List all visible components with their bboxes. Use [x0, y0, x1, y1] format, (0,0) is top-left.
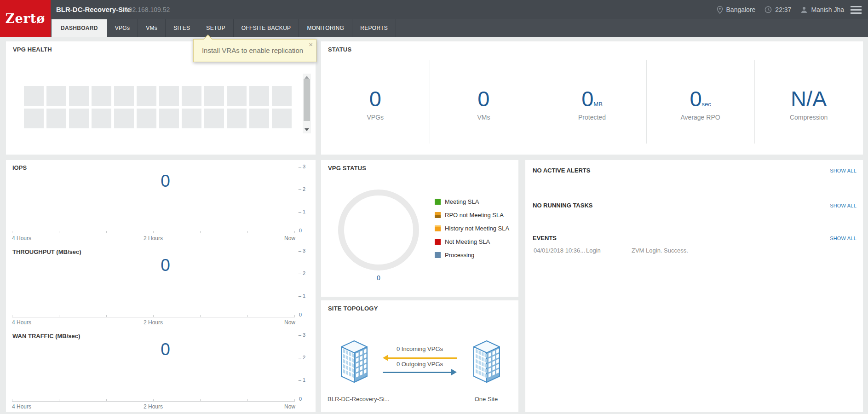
vpg-health-tile: [227, 109, 247, 128]
events-show-all-link[interactable]: SHOW ALL: [830, 236, 857, 241]
scrollbar-down-arrow-icon[interactable]: [305, 128, 309, 131]
metric-value: 0sec: [690, 88, 711, 109]
chart-title: THROUGHPUT (MB/sec): [12, 248, 81, 255]
vpg-health-tile: [249, 86, 269, 106]
alerts-header: NO ACTIVE ALERTS: [533, 167, 590, 174]
vpg-health-tile: [92, 109, 111, 128]
x-axis: [12, 233, 294, 233]
axis-tick: [294, 231, 295, 233]
tooltip-caret: [203, 34, 213, 40]
remote-site-name: One Site: [459, 396, 513, 402]
zerto-logo: Zertø: [0, 0, 51, 37]
x-tick-label: Now: [284, 319, 295, 326]
chart-current-value: 0: [15, 340, 316, 359]
tab-vms[interactable]: VMs: [138, 19, 166, 37]
zerto-dashboard: BLR-DC-Recovery-Site 192.168.109.52 Bang…: [0, 0, 868, 414]
tab-dashboard[interactable]: DASHBOARD: [52, 19, 107, 37]
legend-item-rpo-not-meeting-sla: RPO not Meeting SLA: [435, 212, 509, 218]
metric-protected: 0MB Protected: [538, 54, 646, 155]
vpg-health-tile: [182, 109, 201, 128]
metric-value: N/A: [791, 88, 827, 109]
vpg-health-tile-grid: [24, 86, 292, 128]
axis-tick: [294, 399, 295, 402]
vpg-health-tile: [46, 86, 66, 106]
menu-hamburger-icon[interactable]: [851, 6, 862, 16]
axis-tick: [12, 231, 12, 233]
install-vra-tooltip: Install VRAs to enable replication ×: [193, 39, 316, 62]
x-tick-label: 2 Hours: [12, 319, 294, 326]
legend-swatch-green: [435, 199, 441, 205]
location-pin-icon: [717, 6, 723, 14]
vpg-health-tile: [272, 109, 292, 128]
y-tick-label: – 1: [285, 293, 305, 299]
metric-value: 0: [477, 88, 489, 109]
vpg-health-tile: [69, 109, 89, 128]
tab-monitoring[interactable]: MONITORING: [299, 19, 352, 37]
site-ip: 192.168.109.52: [125, 0, 170, 19]
legend-swatch-red: [435, 239, 441, 245]
axis-tick: [59, 399, 59, 402]
user-item[interactable]: Manish Jha: [800, 6, 844, 13]
throughput-chart: THROUGHPUT (MB/sec) 0 – 3 – 2 – 1 0 4 Ho…: [6, 244, 316, 328]
y-tick-label: – 1: [285, 209, 305, 214]
tooltip-close-icon[interactable]: ×: [309, 41, 313, 48]
metric-vpgs: 0 VPGs: [321, 54, 430, 155]
legend-swatch-orange: [435, 212, 441, 218]
clock-icon: [765, 6, 772, 13]
axis-tick: [247, 315, 248, 317]
activity-panel: NO ACTIVE ALERTS SHOW ALL NO RUNNING TAS…: [525, 160, 863, 412]
zerto-logo-text: Zertø: [6, 12, 46, 26]
vpg-health-tile: [24, 109, 44, 128]
legend-item-processing: Processing: [435, 252, 509, 258]
metric-value: 0: [369, 88, 381, 109]
vpg-health-scrollbar[interactable]: [303, 74, 311, 133]
metric-label: VMs: [477, 114, 490, 121]
axis-tick: [200, 315, 201, 317]
axis-tick: [59, 315, 59, 317]
location-label: Bangalore: [726, 6, 756, 13]
metric-label: Average RPO: [681, 114, 720, 121]
alerts-show-all-link[interactable]: SHOW ALL: [830, 168, 857, 173]
legend-item-history-not-meeting-sla: History not Meeting SLA: [435, 225, 509, 231]
axis-tick: [153, 315, 154, 317]
axis-tick: [247, 399, 248, 402]
vpg-health-tile: [69, 86, 89, 106]
status-panel: STATUS 0 VPGs 0 VMs 0MB Protected 0sec A…: [321, 41, 863, 155]
axis-tick: [247, 231, 248, 233]
scrollbar-thumb[interactable]: [304, 79, 310, 121]
axis-tick: [200, 399, 201, 402]
local-site-name: BLR-DC-Recovery-Si...: [328, 396, 389, 402]
vpg-health-tile: [159, 109, 179, 128]
iops-chart: IOPS 0 – 3 – 2 – 1 0 4 Hours 2 Hours Now: [6, 160, 316, 244]
event-time: 04/01/2018 10:36...: [534, 247, 585, 254]
axis-tick: [106, 315, 107, 317]
event-row[interactable]: 04/01/2018 10:36... Login ZVM Login. Suc…: [525, 247, 863, 257]
user-name: Manish Jha: [811, 6, 844, 13]
tab-vpgs[interactable]: VPGs: [107, 19, 138, 37]
axis-tick: [106, 231, 107, 233]
tab-sites[interactable]: SITES: [166, 19, 198, 37]
x-axis: [12, 317, 294, 317]
event-description: ZVM Login. Success.: [632, 247, 688, 254]
y-tick-label: – 3: [285, 332, 305, 338]
axis-tick: [153, 231, 154, 233]
scrollbar-up-arrow-icon[interactable]: [305, 76, 309, 79]
wan-traffic-chart: WAN TRAFFIC (MB/sec) 0 – 3 – 2 – 1 0 4 H…: [6, 328, 316, 413]
legend-swatch-blue: [435, 252, 441, 258]
x-tick-label: 2 Hours: [12, 403, 294, 410]
axis-tick: [153, 399, 154, 402]
header-right-cluster: Bangalore 22:37 Manish Jha: [717, 0, 844, 19]
legend-swatch-amber: [435, 225, 441, 231]
vpg-health-tile: [137, 109, 156, 128]
axis-tick: [106, 399, 107, 402]
x-axis: [12, 401, 294, 402]
vpg-health-title: VPG HEALTH: [13, 46, 52, 53]
tab-offsite-backup[interactable]: OFFSITE BACKUP: [234, 19, 299, 37]
tasks-show-all-link[interactable]: SHOW ALL: [830, 203, 857, 208]
legend-item-not-meeting-sla: Not Meeting SLA: [435, 239, 509, 245]
user-icon: [800, 6, 808, 13]
vpg-status-total: 0: [338, 274, 419, 282]
time-item: 22:37: [765, 6, 791, 13]
tab-reports[interactable]: REPORTS: [352, 19, 396, 37]
local-site-building-icon: [339, 339, 369, 385]
